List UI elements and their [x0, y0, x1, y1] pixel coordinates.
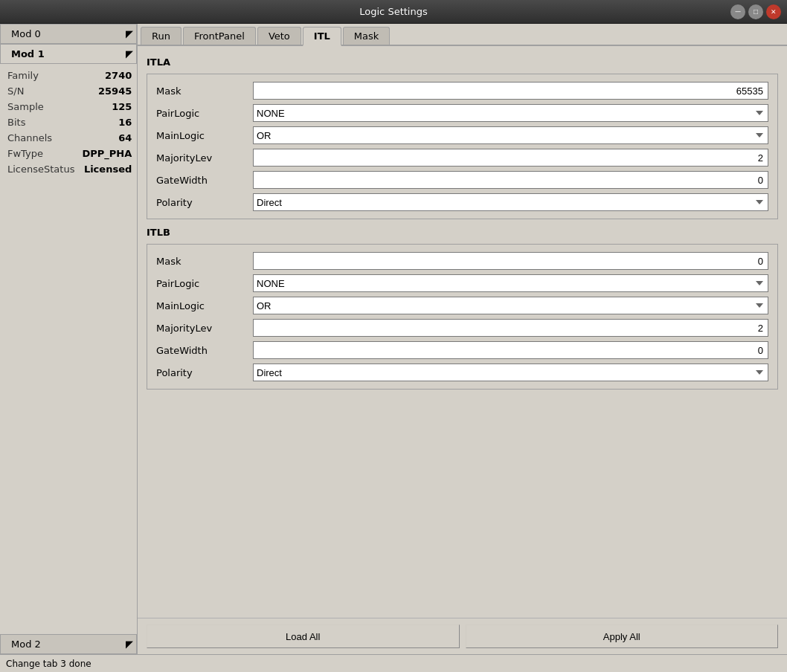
sidebar-item-mod1[interactable]: Mod 1 ◤ [0, 44, 137, 64]
itlb-mainlogic-select[interactable]: OR AND MAJORITY [253, 297, 768, 314]
tab-mask[interactable]: Mask [343, 27, 390, 45]
bits-val: 16 [82, 117, 132, 128]
fwtype-val: DPP_PHA [82, 148, 132, 159]
itlb-pairlogic-select[interactable]: NONE AND OR [253, 274, 768, 292]
license-key: LicenseStatus [7, 164, 74, 175]
mod2-label: Mod 2 [11, 639, 41, 650]
itla-mainlogic-row: MainLogic OR AND MAJORITY [156, 126, 768, 144]
sample-val: 125 [82, 101, 132, 112]
tab-itl[interactable]: ITL [303, 27, 341, 46]
itla-mask-row: Mask [156, 82, 768, 100]
itla-pairlogic-label: PairLogic [156, 108, 253, 119]
mod0-label: Mod 0 [11, 28, 41, 39]
itla-mainlogic-select[interactable]: OR AND MAJORITY [253, 126, 768, 144]
content-area: Run FrontPanel Veto ITL Mask ITLA Mask [138, 24, 787, 654]
channels-key: Channels [7, 132, 74, 143]
itlb-mask-input[interactable] [253, 252, 768, 270]
tab-frontpanel[interactable]: FrontPanel [183, 27, 256, 45]
fwtype-key: FwType [7, 148, 74, 159]
itlb-pairlogic-label: PairLogic [156, 278, 253, 289]
itlb-pairlogic-row: PairLogic NONE AND OR [156, 274, 768, 292]
window-title: Logic Settings [359, 6, 427, 17]
itlb-gatewidth-input[interactable] [253, 341, 768, 359]
titlebar: Logic Settings ─ □ [0, 0, 787, 24]
statusbar: Change tab 3 done [0, 654, 787, 672]
tab-run[interactable]: Run [141, 27, 182, 45]
itlb-gatewidth-label: GateWidth [156, 345, 253, 356]
sn-val: 25945 [82, 85, 132, 97]
itla-gatewidth-label: GateWidth [156, 175, 253, 186]
itla-mask-label: Mask [156, 85, 253, 97]
itla-section: Mask PairLogic NONE AND OR MainLogic OR [147, 74, 778, 219]
itlb-gatewidth-row: GateWidth [156, 341, 768, 359]
itlb-polarity-select[interactable]: Direct Inverted [253, 364, 768, 381]
minimize-button[interactable]: ─ [730, 4, 745, 19]
license-val: Licensed [82, 164, 132, 175]
sidebar-item-mod0[interactable]: Mod 0 ◤ [0, 24, 137, 44]
itla-mask-input[interactable] [253, 82, 768, 100]
itlb-majoritylev-input[interactable] [253, 319, 768, 337]
itla-majoritylev-input[interactable] [253, 149, 768, 167]
itlb-majoritylev-row: MajorityLev [156, 319, 768, 337]
itla-gatewidth-input[interactable] [253, 171, 768, 189]
sidebar-item-mod2[interactable]: Mod 2 ◤ [0, 634, 137, 654]
itlb-section-label: ITLB [147, 227, 778, 238]
itlb-mask-row: Mask [156, 252, 768, 270]
close-button[interactable] [766, 4, 781, 19]
sidebar: Mod 0 ◤ Mod 1 ◤ Family 2740 S/N 25945 Sa… [0, 24, 138, 654]
load-all-button[interactable]: Load All [147, 624, 460, 648]
itla-section-label: ITLA [147, 56, 778, 68]
apply-all-button[interactable]: Apply All [466, 624, 779, 648]
family-val: 2740 [82, 70, 132, 81]
main-layout: Mod 0 ◤ Mod 1 ◤ Family 2740 S/N 25945 Sa… [0, 24, 787, 654]
window-controls: ─ □ [730, 4, 781, 19]
sidebar-info: Family 2740 S/N 25945 Sample 125 Bits 16… [0, 64, 137, 181]
tab-veto[interactable]: Veto [257, 27, 301, 45]
itlb-majoritylev-label: MajorityLev [156, 323, 253, 334]
itla-polarity-select[interactable]: Direct Inverted [253, 193, 768, 211]
itlb-mask-label: Mask [156, 256, 253, 267]
tab-bar: Run FrontPanel Veto ITL Mask [138, 24, 787, 46]
panel-content: ITLA Mask PairLogic NONE AND OR MainLogi… [138, 46, 787, 618]
itla-polarity-row: Polarity Direct Inverted [156, 193, 768, 211]
sample-key: Sample [7, 101, 74, 112]
bits-key: Bits [7, 117, 74, 128]
itlb-mainlogic-label: MainLogic [156, 300, 253, 311]
itla-gatewidth-row: GateWidth [156, 171, 768, 189]
itla-majoritylev-row: MajorityLev [156, 149, 768, 167]
itlb-section: Mask PairLogic NONE AND OR MainLogic OR [147, 244, 778, 390]
buttons-area: Load All Apply All [138, 618, 787, 654]
itlb-mainlogic-row: MainLogic OR AND MAJORITY [156, 297, 768, 314]
itlb-polarity-row: Polarity Direct Inverted [156, 364, 768, 381]
statusbar-text: Change tab 3 done [6, 659, 91, 669]
mod1-arrow-icon: ◤ [123, 45, 136, 63]
channels-val: 64 [82, 132, 132, 143]
mod2-arrow-icon: ◤ [123, 635, 136, 653]
maximize-button[interactable]: □ [748, 4, 763, 19]
itlb-polarity-label: Polarity [156, 367, 253, 378]
itla-majoritylev-label: MajorityLev [156, 152, 253, 164]
family-key: Family [7, 70, 74, 81]
itla-polarity-label: Polarity [156, 197, 253, 208]
mod1-label: Mod 1 [11, 48, 45, 59]
sn-key: S/N [7, 85, 74, 97]
itla-pairlogic-row: PairLogic NONE AND OR [156, 104, 768, 122]
itla-pairlogic-select[interactable]: NONE AND OR [253, 104, 768, 122]
itla-mainlogic-label: MainLogic [156, 130, 253, 141]
mod0-arrow-icon: ◤ [123, 25, 136, 43]
spacer [147, 397, 778, 442]
